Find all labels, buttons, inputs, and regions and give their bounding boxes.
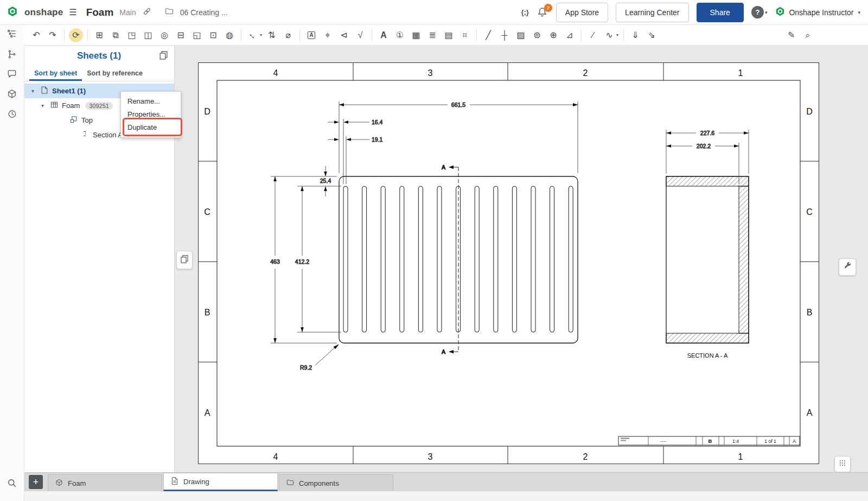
tab-drawing[interactable]: Drawing [163, 473, 278, 491]
hatch-icon[interactable]: ▨ [514, 28, 528, 42]
balloon-icon[interactable]: ① [393, 28, 407, 42]
bom-table-icon[interactable]: ≣ [425, 28, 439, 42]
history-icon[interactable] [4, 106, 20, 122]
gesture-hints-button[interactable] [834, 456, 851, 472]
zone-label: D [806, 107, 813, 116]
document-title: Foam [86, 7, 114, 18]
dimension-icon[interactable]: ↔ [243, 25, 263, 45]
share-link-icon[interactable] [142, 7, 152, 18]
menu-item-properties[interactable]: Properties... [121, 108, 181, 121]
parts-icon[interactable] [4, 86, 20, 102]
app-header: onshape ☰ Foam Main 06 Creating ... {;} … [0, 0, 868, 25]
measure-icon[interactable]: ⌕ [801, 28, 815, 42]
auxiliary-view-icon[interactable]: ◳ [125, 28, 139, 42]
learning-center-button[interactable]: Learning Center [616, 3, 688, 22]
dim-slot-top[interactable]: 25.4 [320, 177, 331, 184]
bottom-strip [24, 491, 868, 501]
share-button[interactable]: Share [697, 3, 744, 22]
sheets-panel-title: Sheets (1) [77, 50, 121, 61]
broken-view-icon[interactable]: ⊟ [174, 28, 188, 42]
part-studio-tab-icon [55, 478, 63, 489]
comments-icon[interactable] [4, 66, 20, 81]
zone-label: 1 [738, 68, 743, 78]
note-icon[interactable]: A [304, 28, 318, 42]
dim-height-total[interactable]: 463 [270, 258, 280, 265]
line-icon[interactable]: ∕ [586, 28, 600, 42]
onshape-wordmark: onshape [24, 7, 63, 18]
tree-item-label: Top [81, 116, 93, 124]
table-icon[interactable]: ▦ [409, 28, 423, 42]
projected-view-icon[interactable]: ⧉ [108, 28, 123, 42]
spline-icon[interactable]: ∿ [602, 28, 616, 42]
dim-slot-height[interactable]: 412.2 [295, 258, 309, 265]
diameter-dimension-icon[interactable]: ⌀ [281, 28, 295, 42]
featurescript-notices-icon[interactable]: {;} [521, 8, 528, 16]
dim-section-inner[interactable]: 202.2 [697, 143, 711, 149]
revision-table-icon[interactable]: ▤ [442, 28, 456, 42]
export-dxf-icon[interactable]: ⇓ [628, 28, 642, 42]
break-out-section-icon[interactable]: ◱ [190, 28, 204, 42]
cut-letter-bottom: A [442, 348, 445, 355]
chevron-down-icon[interactable]: ▾ [41, 103, 47, 109]
markup-icon[interactable]: ✎ [784, 28, 799, 42]
zone-label: 4 [273, 68, 278, 78]
insert-view-icon[interactable]: ⊞ [92, 28, 106, 42]
surface-finish-icon[interactable]: √ [353, 28, 367, 42]
cosmetic-thread-icon[interactable]: ⊚ [530, 28, 544, 42]
tools-flyout-button[interactable] [839, 258, 856, 276]
center-of-mass-icon[interactable]: ⊕ [546, 28, 560, 42]
zone-label: D [204, 107, 210, 116]
help-menu-button[interactable]: ? ▾ [751, 6, 768, 18]
geometric-tolerance-icon[interactable]: ⌖ [321, 28, 335, 42]
text-icon[interactable]: A [376, 28, 391, 42]
zone-label: 1 [738, 452, 743, 461]
dim-width-total[interactable]: 661.5 [451, 102, 465, 108]
centerline-icon[interactable]: ╱ [481, 28, 495, 42]
sheets-panel-toggle-button[interactable] [176, 251, 193, 269]
spline-dropdown-caret[interactable]: ▾ [616, 33, 618, 37]
ordinate-dimension-icon[interactable]: ⇅ [265, 28, 279, 42]
update-views-icon[interactable]: ⟳ [69, 28, 83, 42]
menu-item-duplicate[interactable]: Duplicate [121, 121, 181, 134]
sheets-overview-icon[interactable] [158, 50, 169, 62]
main-menu-button[interactable]: ☰ [69, 7, 76, 17]
redo-icon[interactable]: ↷ [46, 28, 60, 42]
menu-item-rename[interactable]: Rename... [121, 95, 181, 108]
drawing-sheet[interactable]: 4 3 2 1 4 3 2 1 D C B A D C B A [198, 62, 819, 464]
drawing-canvas[interactable]: 4 3 2 1 4 3 2 1 D C B A D C B A [175, 46, 868, 472]
show-hidden-edges-icon[interactable]: ◍ [222, 28, 237, 42]
add-tab-button[interactable]: + [29, 475, 43, 489]
crop-view-icon[interactable]: ⊡ [206, 28, 220, 42]
dim-section-width[interactable]: 227.6 [700, 130, 714, 136]
datum-icon[interactable]: ⊲ [337, 28, 351, 42]
workspace-label[interactable]: Main [119, 8, 136, 17]
breadcrumb-folder[interactable]: 06 Creating ... [180, 8, 228, 17]
app-store-button[interactable]: App Store [556, 3, 608, 22]
tab-foam-part-studio[interactable]: Foam [48, 474, 162, 491]
versions-icon[interactable] [4, 47, 20, 62]
weld-symbol-icon[interactable]: ⊿ [563, 28, 577, 42]
center-mark-icon[interactable]: ┼ [497, 28, 512, 42]
user-company-logo-icon [775, 6, 786, 19]
chevron-down-icon[interactable]: ▾ [31, 88, 37, 94]
notifications-button[interactable]: 7 [537, 7, 548, 18]
section-view-icon[interactable]: ◫ [141, 28, 155, 42]
tab-sort-by-reference[interactable]: Sort by reference [82, 66, 148, 81]
search-icon[interactable] [4, 475, 20, 491]
tab-sort-by-sheet[interactable]: Sort by sheet [29, 66, 82, 81]
tab-components-folder[interactable]: Components [279, 474, 393, 491]
export-image-icon[interactable]: ⇘ [644, 28, 659, 42]
dim-radius[interactable]: R9.2 [300, 364, 312, 371]
tree-item-label: Foam [62, 102, 80, 110]
dim-offset-a[interactable]: 16.4 [372, 119, 383, 125]
user-menu-button[interactable]: Onshape Instructor ▾ [775, 6, 860, 19]
tab-label: Foam [68, 479, 86, 487]
detail-view-icon[interactable]: ◎ [157, 28, 171, 42]
onshape-logo-icon[interactable] [7, 5, 18, 20]
undo-icon[interactable]: ↶ [29, 28, 43, 42]
toolbar-separator [241, 29, 241, 41]
dim-offset-b[interactable]: 19.1 [372, 136, 383, 143]
outline-icon[interactable] [4, 26, 20, 41]
hole-table-icon[interactable]: ⌗ [458, 28, 472, 42]
toolbar-separator [64, 29, 65, 41]
